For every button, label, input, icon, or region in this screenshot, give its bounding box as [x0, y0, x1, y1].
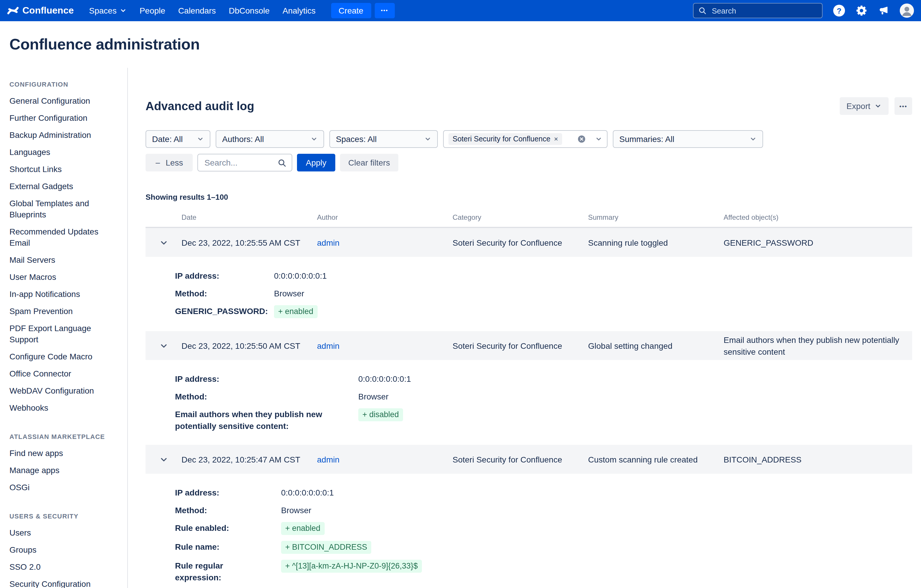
sidebar-heading: CONFIGURATION [10, 81, 120, 88]
less-filters-button[interactable]: − Less [146, 154, 193, 171]
detail-label: IP address: [175, 373, 358, 385]
sidebar-item-osgi[interactable]: OSGi [10, 479, 120, 496]
summaries-filter-dropdown[interactable]: Summaries: All [613, 130, 763, 148]
sidebar-item-sso[interactable]: SSO 2.0 [10, 559, 120, 576]
nav-item-calendars[interactable]: Calendars [178, 6, 216, 15]
column-header-affected: Affected object(s) [724, 213, 912, 221]
sidebar-item-office-connector[interactable]: Office Connector [10, 365, 120, 382]
sidebar-item-user-macros[interactable]: User Macros [10, 269, 120, 286]
close-icon[interactable]: × [554, 135, 558, 143]
filter-search[interactable] [197, 154, 292, 171]
nav-item-spaces[interactable]: Spaces [89, 6, 126, 15]
sidebar-item-external-gadgets[interactable]: External Gadgets [10, 178, 120, 195]
sidebar-item-further-configuration[interactable]: Further Configuration [10, 110, 120, 127]
sidebar-item-mail-servers[interactable]: Mail Servers [10, 252, 120, 269]
sidebar-item-users[interactable]: Users [10, 525, 120, 541]
column-header-summary: Summary [588, 213, 724, 221]
audit-row-details: IP address: 0:0:0:0:0:0:0:1 Method: Brow… [146, 474, 912, 588]
collapse-row-button[interactable] [156, 338, 171, 352]
audit-author-link[interactable]: admin [317, 341, 339, 350]
nav-item-dbconsole[interactable]: DbConsole [229, 6, 270, 15]
audit-date: Dec 23, 2022, 10:25:47 AM CST [182, 453, 317, 465]
audit-date: Dec 23, 2022, 10:25:55 AM CST [182, 237, 317, 249]
sidebar-item-global-templates[interactable]: Global Templates and Blueprints [10, 195, 120, 223]
results-count: Showing results 1–100 [146, 193, 912, 201]
sidebar-item-find-new-apps[interactable]: Find new apps [10, 445, 120, 462]
categories-filter-dropdown[interactable]: Soteri Security for Confluence × [443, 130, 607, 148]
nav-item-people[interactable]: People [140, 6, 165, 15]
more-icon: ••• [381, 8, 388, 13]
audit-summary: Custom scanning rule created [588, 453, 724, 465]
sidebar-item-security-configuration[interactable]: Security Configuration [10, 576, 120, 588]
search-icon [698, 6, 706, 15]
sidebar-heading: ATLASSIAN MARKETPLACE [10, 433, 120, 440]
collapse-row-button[interactable] [156, 236, 171, 250]
nav-search-input[interactable] [711, 6, 817, 16]
chevron-down-icon [120, 7, 127, 14]
nav-search[interactable] [693, 3, 823, 18]
detail-label: Email authors when they publish new pote… [175, 408, 358, 432]
date-filter-dropdown[interactable]: Date: All [146, 130, 210, 148]
clear-filters-button[interactable]: Clear filters [340, 154, 398, 171]
change-badge: + enabled [274, 305, 317, 318]
audit-row: Dec 23, 2022, 10:25:47 AM CST admin Sote… [146, 445, 912, 474]
filter-search-input[interactable] [203, 157, 274, 168]
question-icon: ? [837, 6, 841, 15]
sidebar-item-general-configuration[interactable]: General Configuration [10, 93, 120, 110]
help-button[interactable]: ? [833, 5, 845, 16]
chevron-down-icon [197, 135, 204, 143]
more-actions-button[interactable]: ••• [895, 97, 912, 115]
sidebar-item-spam-prevention[interactable]: Spam Prevention [10, 303, 120, 320]
spaces-filter-dropdown[interactable]: Spaces: All [329, 130, 438, 148]
page-header: Confluence administration [0, 21, 921, 68]
audit-affected: BITCOIN_ADDRESS [724, 453, 912, 465]
export-button[interactable]: Export [840, 97, 888, 115]
brand-label: Confluence [23, 5, 74, 16]
sidebar-item-recommended-updates-email[interactable]: Recommended Updates Email [10, 223, 120, 252]
nav-left: Confluence Spaces People Calendars DbCon… [7, 3, 394, 18]
admin-sidebar: CONFIGURATION General Configuration Furt… [0, 68, 128, 588]
detail-label: IP address: [175, 487, 281, 499]
column-header-date: Date [182, 213, 317, 221]
change-badge: + disabled [358, 408, 403, 421]
sidebar-item-languages[interactable]: Languages [10, 144, 120, 161]
detail-value: Browser [281, 504, 311, 516]
expand-column-header [146, 213, 182, 221]
top-nav: Confluence Spaces People Calendars DbCon… [0, 0, 921, 21]
authors-filter-dropdown[interactable]: Authors: All [216, 130, 324, 148]
announcements-button[interactable] [878, 5, 889, 16]
sidebar-item-webhooks[interactable]: Webhooks [10, 400, 120, 417]
audit-affected: GENERIC_PASSWORD [724, 237, 912, 249]
sidebar-item-configure-code-macro[interactable]: Configure Code Macro [10, 348, 120, 365]
sidebar-item-groups[interactable]: Groups [10, 541, 120, 559]
audit-summary: Scanning rule toggled [588, 237, 724, 249]
audit-row-details: IP address: 0:0:0:0:0:0:0:1 Method: Brow… [146, 360, 912, 445]
nav-more-button[interactable]: ••• [374, 3, 394, 18]
clear-filter-icon[interactable] [578, 135, 586, 143]
confluence-logo[interactable]: Confluence [7, 5, 74, 16]
detail-value: Browser [358, 391, 389, 403]
audit-row: Dec 23, 2022, 10:25:50 AM CST admin Sote… [146, 331, 912, 360]
collapse-row-button[interactable] [156, 452, 171, 466]
sidebar-item-backup-administration[interactable]: Backup Administration [10, 127, 120, 144]
sidebar-item-shortcut-links[interactable]: Shortcut Links [10, 161, 120, 178]
category-filter-chip[interactable]: Soteri Security for Confluence × [448, 133, 562, 145]
sidebar-item-manage-apps[interactable]: Manage apps [10, 462, 120, 479]
section-title: Advanced audit log [146, 99, 254, 113]
sidebar-item-webdav-configuration[interactable]: WebDAV Configuration [10, 382, 120, 400]
nav-item-analytics[interactable]: Analytics [283, 6, 316, 15]
main-content: Advanced audit log Export ••• Date: All [128, 68, 921, 588]
apply-button[interactable]: Apply [297, 154, 335, 171]
avatar[interactable] [900, 3, 914, 18]
audit-author-link[interactable]: admin [317, 455, 339, 464]
settings-button[interactable] [856, 5, 867, 16]
minus-icon: − [155, 158, 161, 167]
audit-row-details: IP address: 0:0:0:0:0:0:0:1 Method: Brow… [146, 257, 912, 331]
audit-author-link[interactable]: admin [317, 238, 339, 247]
sidebar-item-pdf-export-language[interactable]: PDF Export Language Support [10, 320, 120, 348]
audit-affected: Email authors when they publish new pote… [724, 334, 912, 357]
detail-value: 0:0:0:0:0:0:0:1 [281, 487, 334, 499]
chevron-down-icon [750, 135, 757, 143]
create-button[interactable]: Create [331, 3, 371, 18]
sidebar-item-in-app-notifications[interactable]: In-app Notifications [10, 286, 120, 303]
